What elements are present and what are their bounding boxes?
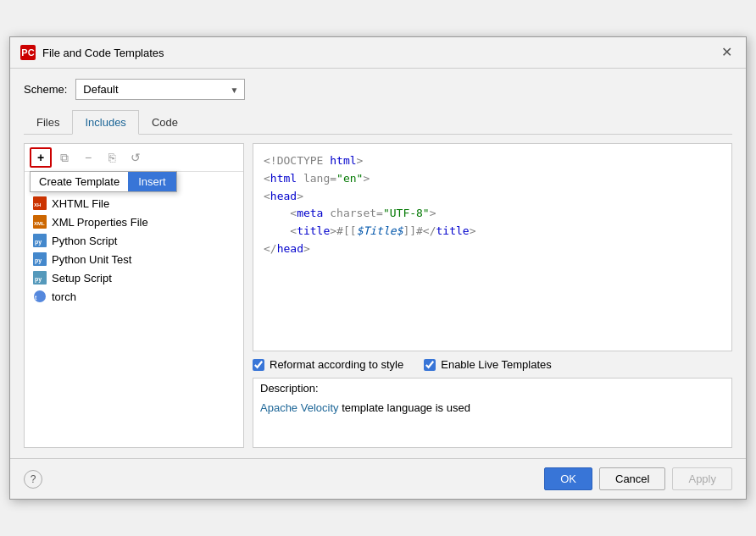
add-template-button[interactable]: + [30,147,52,168]
description-rest-text: template language is used [339,401,470,414]
live-templates-checkbox[interactable] [424,359,436,371]
apply-button[interactable]: Apply [672,467,732,490]
left-panel: + Create Template Insert ⧉ − ⎘ ↺ [24,143,244,448]
footer-left: ? [24,470,42,489]
tabs-bar: Files Includes Code [24,110,732,135]
code-line: <title>#[[$Title$]]#</title> [264,223,721,240]
svg-text:XML: XML [34,221,45,226]
right-panel: <!DOCTYPE html> <html lang="en"> <head> … [253,143,732,448]
toolbar: + Create Template Insert ⧉ − ⎘ ↺ [25,144,243,172]
scheme-select[interactable]: Default [75,79,245,100]
list-item[interactable]: py Python Script [25,231,243,250]
list-item-label: XML Properties File [52,216,148,229]
description-content: Apache Velocity template language is use… [253,396,731,447]
code-line: <head> [264,188,721,206]
scheme-row: Scheme: Default [24,79,732,100]
description-section: Description: Apache Velocity template la… [253,378,732,448]
svg-text:XH: XH [34,202,41,207]
list-item[interactable]: XH XHTML File [25,194,243,213]
reformat-label: Reformat according to style [270,358,403,371]
description-label: Description: [253,379,731,396]
bottom-options: Reformat according to style Enable Live … [253,358,732,371]
svg-text:py: py [35,239,42,246]
list-item-label: Python Unit Test [52,253,131,266]
scheme-label: Scheme: [24,83,67,96]
scheme-select-wrapper: Default [75,79,245,100]
torch-icon: t [33,290,47,303]
duplicate-button[interactable]: ⎘ [101,147,123,168]
code-line: <!DOCTYPE html> [264,152,721,170]
reformat-checkbox-row[interactable]: Reformat according to style [253,358,403,371]
code-line: </head> [264,240,721,258]
live-templates-checkbox-row[interactable]: Enable Live Templates [424,358,552,371]
list-item-label: Python Script [52,235,117,247]
list-item[interactable]: py Setup Script [25,268,243,287]
popup-label: Create Template [31,172,128,191]
tab-files[interactable]: Files [24,110,72,135]
list-item[interactable]: t torch [25,287,243,306]
dialog-title: File and Code Templates [42,47,164,59]
list-item[interactable]: py Python Unit Test [25,250,243,268]
list-item-label: XHTML File [52,197,109,210]
title-bar: PC File and Code Templates ✕ [10,37,746,69]
title-bar-left: PC File and Code Templates [20,45,164,60]
code-line: <meta charset="UTF-8"> [264,205,721,223]
file-and-code-templates-dialog: PC File and Code Templates ✕ Scheme: Def… [9,36,747,500]
list-item-label: torch [52,290,76,303]
svg-text:py: py [35,257,42,264]
copy-button[interactable]: ⧉ [53,147,75,168]
code-line: <html lang="en"> [264,170,721,188]
insert-button[interactable]: Insert [128,172,176,191]
content-area: + Create Template Insert ⧉ − ⎘ ↺ [24,143,732,448]
code-editor[interactable]: <!DOCTYPE html> <html lang="en"> <head> … [253,143,732,351]
reset-button[interactable]: ↺ [125,147,147,168]
svg-text:py: py [35,276,42,283]
python-unit-test-icon: py [33,252,47,266]
apache-velocity-link[interactable]: Apache Velocity [260,401,339,414]
ok-button[interactable]: OK [544,467,592,490]
help-button[interactable]: ? [24,470,42,489]
tab-includes[interactable]: Includes [72,110,138,135]
tab-code[interactable]: Code [139,110,191,135]
dialog-footer: ? OK Cancel Apply [10,458,746,499]
reformat-checkbox[interactable] [253,359,264,371]
list-item-label: Setup Script [52,272,112,285]
python-script-icon: py [33,234,47,247]
xhtml-icon: XH [33,196,47,210]
xml-icon: XML [33,215,47,229]
create-template-popup: Create Template Insert [30,171,177,192]
cancel-button[interactable]: Cancel [599,467,665,490]
setup-script-icon: py [33,271,47,285]
dialog-body: Scheme: Default Files Includes Code + [10,69,746,458]
close-button[interactable]: ✕ [718,44,736,61]
app-icon: PC [20,45,36,60]
list-item[interactable]: XML XML Properties File [25,213,243,231]
file-list: H4 HTML4 File XH XHTML Fil [25,172,243,447]
footer-right: OK Cancel Apply [544,467,732,490]
live-templates-label: Enable Live Templates [441,358,552,371]
remove-button[interactable]: − [77,147,99,168]
